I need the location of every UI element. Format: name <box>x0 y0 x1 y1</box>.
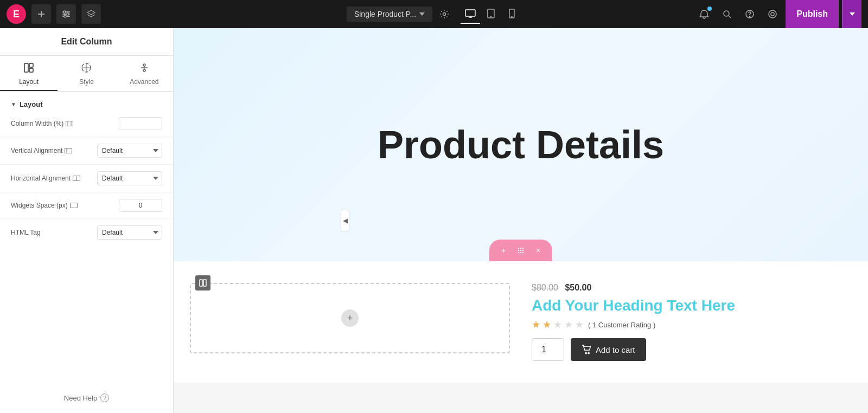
widgets-space-icon <box>70 201 78 210</box>
svg-rect-28 <box>66 121 73 126</box>
add-element-button[interactable] <box>31 4 51 24</box>
svg-rect-23 <box>29 63 33 67</box>
svg-rect-9 <box>465 10 475 16</box>
column-width-input[interactable] <box>119 117 162 130</box>
customize-button[interactable] <box>56 4 76 24</box>
tab-style[interactable]: Style <box>58 56 115 91</box>
help-circle-icon: ? <box>100 393 109 402</box>
help-button[interactable] <box>740 4 760 24</box>
svg-point-6 <box>67 13 69 15</box>
vertical-alignment-label: Vertical Alignment <box>11 146 93 155</box>
mobile-button[interactable] <box>502 4 521 24</box>
sidebar-collapse-handle[interactable]: ◀ <box>341 210 349 231</box>
svg-point-19 <box>749 16 750 17</box>
rating-text: ( 1 Customer Rating ) <box>588 321 655 329</box>
html-tag-row: HTML Tag Default div header footer main … <box>0 221 173 244</box>
current-price: $50.00 <box>565 283 591 292</box>
vertical-alignment-row: Vertical Alignment Default Top Middle Bo… <box>0 139 173 162</box>
column-width-row: Column Width (%) <box>0 113 173 134</box>
svg-point-21 <box>771 12 774 16</box>
layout-section-heading[interactable]: ▼ Layout <box>0 92 173 113</box>
column-handle-icon[interactable] <box>195 275 210 291</box>
svg-rect-46 <box>203 280 206 286</box>
need-help-section[interactable]: Need Help ? <box>0 383 173 413</box>
product-left-column: + <box>174 272 526 372</box>
widgets-space-label: Widgets Space (px) <box>11 201 114 210</box>
notification-badge <box>707 7 712 11</box>
product-right-column: $80.00 $50.00 Add Your Heading Text Here… <box>526 272 868 372</box>
html-tag-label: HTML Tag <box>11 229 93 236</box>
tab-advanced[interactable]: Advanced <box>116 56 173 91</box>
column-width-label: Column Width (%) <box>11 119 114 128</box>
settings-button[interactable] <box>435 4 454 24</box>
product-title: Add Your Heading Text Here <box>532 297 852 314</box>
svg-line-17 <box>729 16 731 18</box>
svg-rect-24 <box>29 68 33 72</box>
advanced-tab-icon <box>139 62 150 76</box>
vertical-alignment-select[interactable]: Default Top Middle Bottom <box>97 144 162 158</box>
notifications-button[interactable] <box>694 4 714 24</box>
horizontal-alignment-label: Horizontal Alignment <box>11 174 93 183</box>
page-name-label: Single Product P... <box>354 10 416 18</box>
svg-point-47 <box>585 352 586 353</box>
horizontal-alignment-select[interactable]: Default Left Center Right <box>97 171 162 185</box>
hero-section: Product Details + × <box>174 28 868 261</box>
section-toolbar: + × <box>489 240 552 261</box>
svg-point-42 <box>518 252 519 253</box>
svg-point-26 <box>143 64 145 66</box>
html-tag-select[interactable]: Default div header footer main section a… <box>97 225 162 240</box>
add-widget-button[interactable]: + <box>341 309 359 327</box>
product-section: + $80.00 $50.00 Add Your Heading Text He… <box>174 261 868 383</box>
tab-layout[interactable]: Layout <box>0 56 58 91</box>
style-tab-icon <box>81 62 92 76</box>
widgets-space-input[interactable] <box>119 199 162 212</box>
star-4: ★ <box>564 319 573 331</box>
svg-point-44 <box>522 252 524 253</box>
add-section-button[interactable]: + <box>496 243 511 258</box>
topbar: E Single Product P... <box>0 0 868 28</box>
product-price-row: $80.00 $50.00 <box>532 283 852 293</box>
sidebar: Edit Column Layout <box>0 28 174 413</box>
quantity-input[interactable] <box>532 338 564 361</box>
main-layout: Edit Column Layout <box>0 28 868 413</box>
tablet-button[interactable] <box>481 4 501 24</box>
star-1: ★ <box>532 319 540 331</box>
column-width-icon <box>66 119 73 128</box>
svg-point-13 <box>490 16 492 17</box>
section-collapse-icon: ▼ <box>11 101 16 107</box>
star-5: ★ <box>575 319 584 331</box>
svg-point-15 <box>511 16 512 17</box>
svg-point-16 <box>724 11 729 16</box>
svg-point-20 <box>769 10 776 18</box>
close-section-button[interactable]: × <box>531 243 546 258</box>
publish-dropdown-button[interactable] <box>842 0 861 28</box>
svg-point-36 <box>518 248 519 249</box>
layers-button[interactable] <box>81 4 101 24</box>
svg-point-39 <box>518 250 519 251</box>
rating-stars: ★ ★ ★ ★ ★ ( 1 Customer Rating ) <box>532 319 852 331</box>
topbar-center: Single Product P... <box>347 4 521 24</box>
horizontal-alignment-row: Horizontal Alignment Default Left Center… <box>0 167 173 190</box>
star-2: ★ <box>542 319 551 331</box>
svg-point-8 <box>443 13 446 16</box>
svg-point-7 <box>64 15 66 17</box>
canvas: Product Details + × <box>174 28 868 413</box>
svg-point-5 <box>63 11 66 13</box>
sidebar-title: Edit Column <box>0 28 173 56</box>
move-section-button[interactable] <box>513 243 528 258</box>
vertical-align-icon <box>65 146 72 155</box>
column-placeholder[interactable]: + <box>190 283 510 353</box>
svg-rect-31 <box>65 149 72 153</box>
topbar-right: Publish <box>694 0 861 28</box>
desktop-button[interactable] <box>461 4 480 24</box>
star-3: ★ <box>553 319 562 331</box>
elementor-logo[interactable]: E <box>7 4 26 24</box>
preview-button[interactable] <box>763 4 782 24</box>
horizontal-align-icon <box>73 174 80 183</box>
publish-button[interactable]: Publish <box>786 0 839 28</box>
add-to-cart-button[interactable]: Add to cart <box>571 338 646 361</box>
svg-rect-22 <box>24 63 28 72</box>
search-button[interactable] <box>717 4 737 24</box>
add-to-cart-row: Add to cart <box>532 338 852 361</box>
page-name-button[interactable]: Single Product P... <box>347 7 432 22</box>
